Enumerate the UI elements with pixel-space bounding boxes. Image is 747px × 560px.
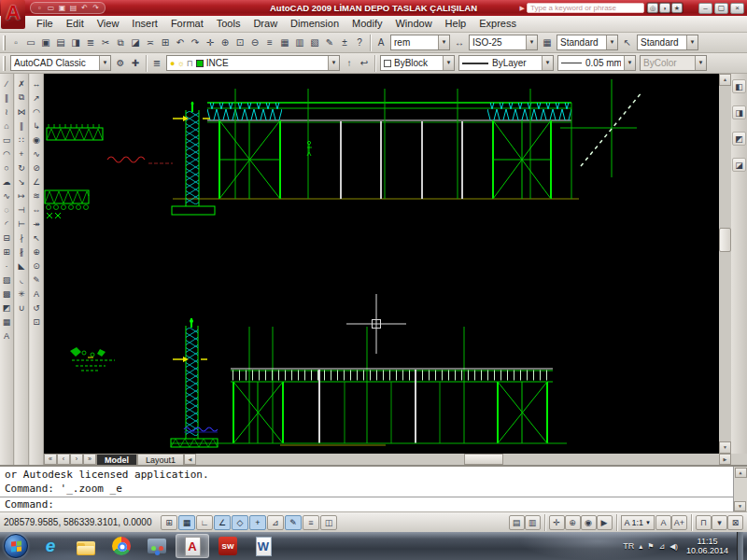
- layer-properties-icon[interactable]: ≣: [149, 55, 164, 71]
- ducs-icon[interactable]: ⊿: [267, 515, 284, 530]
- chevron-down-icon[interactable]: ▼: [542, 56, 553, 70]
- linear-icon[interactable]: ↔: [30, 77, 43, 91]
- scale-icon[interactable]: ↘: [15, 175, 28, 189]
- aligned-icon[interactable]: ↗: [30, 91, 43, 105]
- designcenter-icon[interactable]: ▦: [277, 35, 292, 50]
- open-icon[interactable]: ▭: [23, 35, 38, 50]
- workspace-settings-icon[interactable]: ⚙: [113, 55, 128, 71]
- qp-icon[interactable]: ◫: [320, 515, 337, 530]
- taskbar-clock[interactable]: 11:15 10.06.2014: [683, 537, 732, 555]
- angular-icon[interactable]: ∠: [30, 175, 43, 189]
- menu-tools[interactable]: Tools: [210, 16, 247, 32]
- table-icon[interactable]: ▦: [0, 315, 13, 329]
- line-icon[interactable]: ∕: [0, 77, 13, 91]
- menu-help[interactable]: Help: [439, 16, 473, 32]
- scroll-down-icon[interactable]: ▼: [719, 441, 731, 454]
- erase-icon[interactable]: ✗: [15, 77, 28, 91]
- arc-icon[interactable]: ◠: [0, 147, 13, 161]
- chevron-down-icon[interactable]: ▼: [624, 56, 635, 70]
- menu-window[interactable]: Window: [388, 16, 438, 32]
- plot-icon[interactable]: ▤: [53, 35, 68, 50]
- redo-icon[interactable]: ↷: [188, 35, 203, 50]
- lineweight-combo[interactable]: 0.05 mm▼: [557, 55, 636, 71]
- dimension-update-icon[interactable]: ↺: [30, 301, 43, 315]
- mirror-icon[interactable]: ⋈: [15, 105, 28, 119]
- toolbar-grip[interactable]: [3, 56, 6, 71]
- ellipse-arc-icon[interactable]: ◜: [0, 217, 13, 231]
- command-scrollbar[interactable]: ▲ ▼: [733, 467, 747, 513]
- linetype-combo[interactable]: ByLayer▼: [458, 55, 554, 71]
- show-desktop-button[interactable]: [737, 532, 743, 560]
- workspace-lock-icon[interactable]: ⊓: [696, 515, 712, 530]
- redo-icon[interactable]: ↷: [91, 4, 101, 12]
- save-workspace-icon[interactable]: ✚: [128, 55, 143, 71]
- explode-icon[interactable]: ✳: [15, 287, 28, 301]
- dyn-icon[interactable]: ✎: [285, 515, 302, 530]
- first-tab-icon[interactable]: «: [44, 454, 57, 465]
- autocad-taskbar-button[interactable]: A: [176, 534, 209, 558]
- status-tray-icon[interactable]: ▾: [712, 515, 727, 530]
- extend-icon[interactable]: ⊢: [15, 217, 28, 231]
- diameter-icon[interactable]: ⊘: [30, 161, 43, 175]
- cut-icon[interactable]: ✂: [98, 35, 113, 50]
- chamfer-icon[interactable]: ◣: [15, 259, 28, 273]
- insert-block-icon[interactable]: ⊟: [0, 231, 13, 245]
- circle-icon[interactable]: ○: [0, 161, 13, 175]
- layer-color-swatch[interactable]: [196, 60, 204, 67]
- menu-modify[interactable]: Modify: [345, 16, 388, 32]
- ortho-icon[interactable]: ∟: [196, 515, 213, 530]
- grid-icon[interactable]: ▦: [178, 515, 195, 530]
- qnew-icon[interactable]: ▫: [35, 4, 45, 12]
- offset-icon[interactable]: ∥: [15, 119, 28, 133]
- chevron-down-icon[interactable]: ▼: [526, 35, 537, 49]
- undo-icon[interactable]: ↶: [79, 4, 90, 12]
- gradient-icon[interactable]: ▩: [0, 287, 13, 301]
- qnew-icon[interactable]: ▫: [8, 35, 23, 50]
- continue-icon[interactable]: ↠: [30, 217, 43, 231]
- save-icon[interactable]: ▣: [38, 35, 53, 50]
- baseline-icon[interactable]: ⇔: [30, 203, 43, 217]
- color-combo[interactable]: ByBlock▼: [380, 55, 455, 71]
- dimension-style-combo[interactable]: ISO-25▼: [469, 35, 538, 50]
- clean-screen-icon[interactable]: ⊠: [727, 515, 743, 530]
- bring-above-icon[interactable]: ◩: [732, 132, 746, 146]
- make-object-layer-current-icon[interactable]: ↑: [342, 55, 357, 71]
- layer-previous-icon[interactable]: ↩: [357, 55, 372, 71]
- markup-set-manager-icon[interactable]: ✎: [322, 35, 337, 50]
- pan-icon[interactable]: ✛: [549, 515, 565, 530]
- dimension-style-icon[interactable]: ⊡: [30, 315, 43, 329]
- toolbar-grip[interactable]: [3, 35, 6, 50]
- ellipse-icon[interactable]: ◌: [0, 203, 13, 217]
- arc-length-icon[interactable]: ◠: [30, 105, 43, 119]
- annotation-visibility-icon[interactable]: A: [655, 515, 671, 530]
- chrome-taskbar-button[interactable]: [105, 534, 138, 558]
- workspace-combo[interactable]: AutoCAD Classic▼: [10, 55, 111, 71]
- steering-wheel-icon[interactable]: ◉: [581, 515, 597, 530]
- break-at-point-icon[interactable]: ∤: [15, 231, 28, 245]
- open-icon[interactable]: ▭: [46, 4, 56, 12]
- layout-space-icon[interactable]: ▥: [525, 515, 541, 530]
- dimension-edit-icon[interactable]: ✎: [30, 273, 43, 287]
- windows-explorer-taskbar-button[interactable]: [69, 534, 103, 558]
- construction-line-icon[interactable]: ∥: [0, 91, 13, 105]
- move-icon[interactable]: +: [15, 147, 28, 161]
- chevron-down-icon[interactable]: ▼: [328, 56, 339, 70]
- join-icon[interactable]: ∪: [15, 301, 28, 315]
- word-taskbar-button[interactable]: W: [247, 534, 280, 558]
- ordinate-icon[interactable]: ↳: [30, 119, 43, 133]
- layer-combo[interactable]: ● ☼ ⊓ INCE ▼: [166, 55, 340, 71]
- menu-insert[interactable]: Insert: [125, 16, 164, 32]
- publish-icon[interactable]: ≣: [83, 35, 98, 50]
- chevron-down-icon[interactable]: ▼: [438, 35, 449, 49]
- menu-view[interactable]: View: [91, 16, 126, 32]
- volume-icon[interactable]: ◀): [669, 542, 678, 551]
- menu-dimension[interactable]: Dimension: [284, 16, 345, 32]
- center-mark-icon[interactable]: ⊙: [30, 259, 43, 273]
- zoom-window-icon[interactable]: ⊡: [233, 35, 247, 50]
- revision-cloud-icon[interactable]: ☁: [0, 175, 13, 189]
- copy-clip-icon[interactable]: ⧉: [113, 35, 128, 50]
- multileader-style-icon[interactable]: ↖: [620, 35, 635, 50]
- dimension-style-icon[interactable]: ↔: [452, 35, 467, 50]
- layer-freeze-icon[interactable]: ☼: [176, 59, 184, 68]
- paste-icon[interactable]: ◪: [128, 35, 143, 50]
